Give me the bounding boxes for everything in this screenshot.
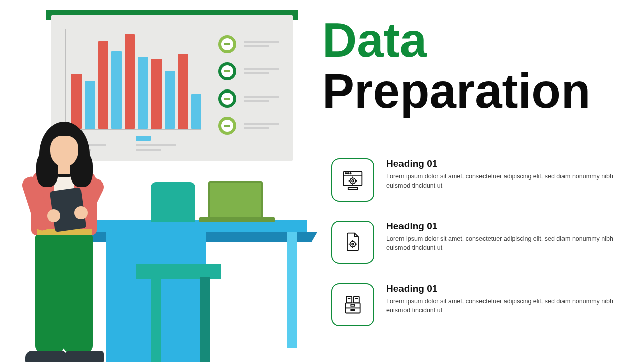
bar: [98, 41, 108, 129]
person-illustration: [4, 122, 110, 362]
svg-point-13: [352, 243, 354, 245]
svg-point-5: [350, 178, 356, 184]
feature-text: Heading 01 Lorem ipsum dolor sit amet, c…: [386, 158, 618, 190]
svg-point-3: [348, 173, 349, 174]
browser-gear-icon: [331, 158, 374, 202]
ring-icon: [218, 62, 236, 80]
feature-item: Heading 01 Lorem ipsum dolor sit amet, c…: [331, 221, 623, 264]
file-gear-icon: [331, 221, 374, 264]
bar: [138, 57, 148, 129]
svg-rect-22: [346, 297, 352, 303]
slide-title: Data Preparation: [322, 15, 590, 117]
svg-point-4: [350, 173, 351, 174]
feature-heading: Heading 01: [386, 221, 618, 232]
title-line-1: Data: [322, 15, 590, 66]
bar: [71, 74, 82, 129]
chair-leg: [200, 277, 210, 362]
feature-text: Heading 01 Lorem ipsum dolor sit amet, c…: [386, 283, 618, 315]
desk-top: [91, 220, 307, 232]
feature-heading: Heading 01: [386, 283, 618, 294]
feature-body: Lorem ipsum dolor sit amet, consectetuer…: [386, 297, 618, 315]
svg-rect-20: [351, 305, 354, 306]
legend-swatch-b: [136, 136, 151, 141]
svg-rect-11: [348, 188, 357, 190]
ring-icon: [218, 89, 236, 108]
svg-rect-23: [354, 297, 359, 303]
laptop-base: [199, 217, 275, 222]
chair-back: [151, 182, 195, 222]
bar: [111, 51, 121, 129]
feature-body: Lorem ipsum dolor sit amet, consectetuer…: [386, 172, 618, 190]
feature-list: Heading 01 Lorem ipsum dolor sit amet, c…: [331, 158, 623, 345]
ring-icon: [218, 35, 236, 53]
feature-body: Lorem ipsum dolor sit amet, consectetuer…: [386, 235, 618, 252]
illustration: [0, 10, 322, 362]
feature-item: Heading 01 Lorem ipsum dolor sit amet, c…: [331, 283, 623, 326]
svg-point-12: [350, 241, 356, 247]
bar: [165, 71, 175, 129]
ring-icon: [218, 117, 236, 135]
title-line-2: Preparation: [322, 66, 590, 117]
bar: [178, 54, 188, 129]
ring-indicators: [218, 35, 279, 135]
svg-point-6: [352, 180, 354, 182]
laptop-screen: [208, 181, 263, 219]
desk-leg: [287, 232, 297, 348]
feature-text: Heading 01 Lorem ipsum dolor sit amet, c…: [386, 221, 618, 252]
archive-drawer-icon: [331, 283, 374, 326]
bar: [151, 59, 161, 129]
bar: [191, 94, 201, 129]
feature-item: Heading 01 Lorem ipsum dolor sit amet, c…: [331, 158, 623, 202]
feature-heading: Heading 01: [386, 158, 618, 169]
svg-rect-21: [351, 309, 354, 311]
bar-chart: [65, 29, 201, 130]
bar: [125, 34, 135, 129]
chair-leg: [151, 277, 161, 362]
svg-point-2: [345, 173, 346, 174]
